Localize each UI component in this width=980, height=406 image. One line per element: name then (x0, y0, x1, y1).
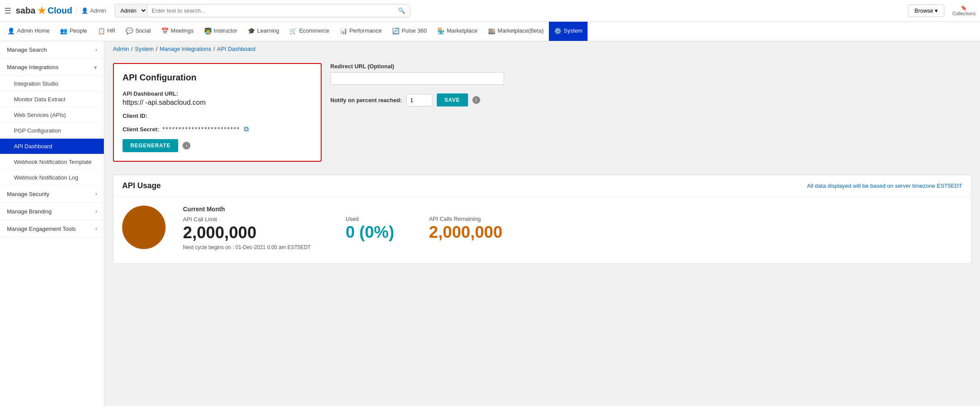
save-info-icon[interactable]: i (472, 96, 480, 104)
search-input[interactable] (147, 5, 394, 17)
nav-meetings-label: Meetings (171, 27, 194, 34)
remaining-value: 2,000,000 (429, 224, 502, 240)
nav-pulse360[interactable]: 🔄 Pulse 360 (387, 22, 432, 41)
breadcrumb: Admin / System / Manage Integrations / A… (104, 41, 980, 57)
browse-button[interactable]: Browse ▾ (908, 4, 944, 17)
logo-cloud: Cloud (48, 6, 73, 16)
admin-icon: 👤 (81, 7, 88, 14)
nav-social-icon: 💬 (126, 27, 133, 34)
sidebar-manage-branding-label: Manage Branding (7, 208, 52, 215)
nav-ecommerce-icon: 🛒 (289, 27, 297, 34)
nav-marketplace-beta-icon: 🏬 (488, 27, 495, 34)
client-secret-value: ************************ (163, 126, 240, 133)
redirect-url-input[interactable] (330, 72, 504, 85)
nav-marketplace-beta[interactable]: 🏬 Marketplace(Beta) (483, 22, 549, 41)
next-cycle-text: Next cycle begins on : 01-Dec-2021 0:00 … (183, 244, 311, 250)
monitor-data-extract-label: Monitor Data Extract (14, 96, 66, 103)
nav-instructor[interactable]: 👨‍🏫 Instructor (199, 22, 243, 41)
sidebar-item-manage-engagement-tools[interactable]: Manage Engagement Tools › (0, 220, 104, 238)
search-button[interactable]: 🔍 (394, 5, 410, 17)
nav-people[interactable]: 👥 People (55, 22, 92, 41)
nav-hr[interactable]: 📋 HR (93, 22, 121, 41)
sidebar-sub-api-dashboard[interactable]: API Dashboard (0, 139, 104, 154)
copy-icon[interactable]: ⧉ (244, 125, 249, 133)
chevron-down-icon: ∨ (94, 65, 97, 70)
nav-marketplace[interactable]: 🏪 Marketplace (432, 22, 483, 41)
redirect-url-field: Redirect URL (Optional) (330, 63, 963, 85)
notify-label: Notify on percent reached: (330, 97, 402, 103)
nav-meetings[interactable]: 📅 Meetings (156, 22, 199, 41)
webhook-log-label: Webhook Notification Log (14, 174, 78, 181)
logo-star: ★ (37, 5, 46, 17)
nav-pulse360-icon: 🔄 (392, 27, 399, 34)
sidebar-sub-web-services[interactable]: Web Services (APIs) (0, 107, 104, 123)
api-usage-section: API Usage All data displayed will be bas… (113, 175, 971, 264)
api-config-panel: API Configuration API Dashboard URL: htt… (113, 63, 322, 162)
sidebar-manage-integrations-label: Manage Integrations (7, 64, 59, 70)
search-scope-select[interactable]: Admin (115, 4, 147, 17)
nav-marketplace-label: Marketplace (447, 27, 478, 34)
sidebar-sub-pgp-configuration[interactable]: PGP Configuration (0, 123, 104, 139)
breadcrumb-manage-integrations[interactable]: Manage Integrations (159, 46, 211, 52)
nav-learning[interactable]: 🎓 Learning (243, 22, 285, 41)
nav-system-icon: ⚙️ (554, 27, 561, 34)
current-month-label: Current Month (183, 206, 311, 213)
hamburger-menu[interactable]: ☰ (4, 6, 11, 16)
usage-content-row: Current Month API Call Limit 2,000,000 N… (113, 197, 971, 263)
nav-admin-home[interactable]: 👤 Admin Home (2, 22, 55, 41)
used-label: Used (345, 216, 394, 222)
nav-ecommerce[interactable]: 🛒 Ecommerce (284, 22, 334, 41)
nav-instructor-label: Instructor (214, 27, 237, 34)
nav-social-label: Social (135, 27, 150, 34)
stat-block-used: Used 0 (0%) (345, 206, 394, 240)
nav-pulse360-label: Pulse 360 (402, 27, 427, 34)
sidebar-item-manage-search[interactable]: Manage Search › (0, 41, 104, 59)
nav-social[interactable]: 💬 Social (120, 22, 156, 41)
sidebar-item-manage-integrations[interactable]: Manage Integrations ∨ (0, 59, 104, 76)
nav-learning-label: Learning (257, 27, 279, 34)
collections-icon: 🔖 (961, 5, 967, 11)
sidebar-manage-engagement-tools-label: Manage Engagement Tools (7, 226, 76, 232)
stat-block-remaining: API Calls Remaining 2,000,000 (429, 206, 502, 240)
sidebar-sub-monitor-data-extract[interactable]: Monitor Data Extract (0, 92, 104, 107)
timezone-note: All data displayed will be based on serv… (807, 183, 962, 189)
regenerate-button[interactable]: REGENERATE (123, 139, 178, 152)
search-bar: Admin 🔍 (115, 4, 410, 17)
nav-people-label: People (70, 27, 87, 34)
collections-button[interactable]: 🔖 Collections (952, 5, 976, 16)
nav-performance[interactable]: 📊 Performance (335, 22, 387, 41)
nav-hr-icon: 📋 (98, 27, 105, 34)
client-secret-label: Client Secret: (123, 126, 159, 133)
sidebar-item-manage-security[interactable]: Manage Security › (0, 186, 104, 203)
api-dashboard-label: API Dashboard (14, 143, 52, 150)
admin-label: Admin (90, 7, 106, 14)
client-id-label: Client ID: (123, 113, 312, 119)
sidebar-sub-webhook-template[interactable]: Webhook Notification Template (0, 154, 104, 170)
breadcrumb-api-dashboard[interactable]: API Dashboard (217, 46, 256, 52)
nav-learning-icon: 🎓 (248, 27, 255, 34)
chevron-right-security-icon: › (96, 192, 97, 196)
sidebar-sub-webhook-log[interactable]: Webhook Notification Log (0, 170, 104, 186)
breadcrumb-system[interactable]: System (135, 46, 153, 52)
api-url-label: API Dashboard URL: (123, 90, 312, 97)
sidebar-item-manage-branding[interactable]: Manage Branding › (0, 203, 104, 220)
breadcrumb-admin[interactable]: Admin (113, 46, 129, 52)
regenerate-info-icon[interactable]: i (183, 142, 190, 150)
used-value: 0 (0%) (345, 224, 394, 240)
nav-people-icon: 👥 (60, 27, 67, 34)
notify-input[interactable] (406, 94, 432, 106)
nav-hr-label: HR (107, 27, 116, 34)
nav-system-label: System (564, 27, 582, 34)
api-config-title: API Configuration (123, 73, 312, 83)
stats-grid: Current Month API Call Limit 2,000,000 N… (183, 206, 502, 250)
sidebar-sub-integration-studio[interactable]: Integration Studio (0, 76, 104, 92)
integration-studio-label: Integration Studio (14, 80, 58, 87)
nav-ecommerce-label: Ecommerce (299, 27, 329, 34)
remaining-label: API Calls Remaining (429, 216, 502, 222)
save-button[interactable]: SAVE (437, 93, 468, 106)
nav-admin-home-icon: 👤 (7, 27, 15, 34)
top-bar: ☰ saba★Cloud 👤 Admin Admin 🔍 Browse ▾ 🔖 … (0, 0, 980, 22)
nav-system[interactable]: ⚙️ System (549, 22, 588, 41)
admin-badge[interactable]: 👤 Admin (76, 7, 106, 14)
nav-performance-label: Performance (349, 27, 382, 34)
